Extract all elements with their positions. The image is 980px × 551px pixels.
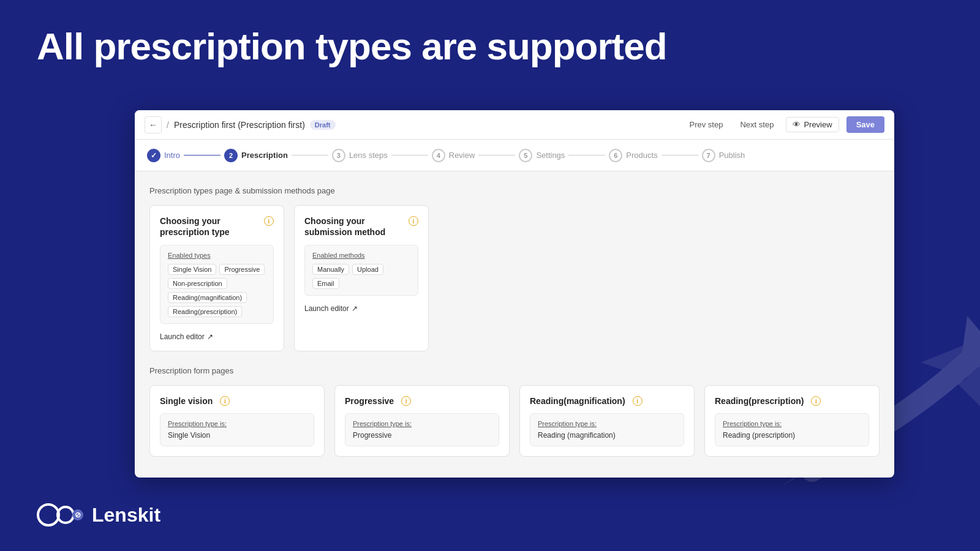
reading-prescription-card-inner: Prescription type is: Reading (prescript… [715, 413, 869, 446]
step-item-intro[interactable]: ✓ Intro [147, 149, 180, 162]
section2-title: Prescription form pages [149, 366, 880, 375]
external-link-icon-1: ↗ [207, 332, 213, 341]
reading-prescription-value: Reading (prescription) [723, 431, 861, 440]
step-label-review: Review [449, 151, 475, 160]
reading-prescription-info-icon: i [811, 396, 821, 406]
step-line-2 [292, 155, 328, 156]
single-vision-value: Single Vision [168, 431, 306, 440]
tag-reading-prescription: Reading(prescription) [168, 306, 242, 317]
submission-method-card-inner: Enabled methods Manually Upload Email [304, 245, 418, 296]
single-vision-title: Single vision [160, 396, 213, 406]
reading-magnification-info-icon: i [633, 396, 643, 406]
launch-label-1: Launch editor [160, 332, 205, 341]
step-line-5 [568, 155, 605, 156]
prescription-type-tags: Single Vision Progressive Non-prescripti… [168, 264, 266, 317]
prescription-type-card-header: Choosing your prescription type i [160, 216, 274, 238]
reading-magnification-title: Reading(magnification) [530, 396, 625, 406]
step-circle-publish: 7 [702, 149, 715, 162]
breadcrumb-separator: / [167, 120, 169, 130]
top-bar-left: ← / Prescription first (Prescription fir… [145, 116, 336, 133]
step-line-6 [662, 155, 698, 156]
logo-text: Lenskit [92, 504, 160, 527]
single-vision-info-icon: i [220, 396, 230, 406]
enabled-types-label: Enabled types [168, 252, 266, 259]
step-item-products[interactable]: 6 Products [609, 149, 657, 162]
enabled-methods-label: Enabled methods [312, 252, 410, 259]
progressive-card-header: Progressive i [345, 395, 499, 406]
progressive-card: Progressive i Prescription type is: Prog… [334, 385, 510, 457]
eye-icon: 👁 [793, 120, 801, 129]
submission-method-card-header: Choosing your submission method i [304, 216, 418, 238]
progressive-card-inner: Prescription type is: Progressive [345, 413, 499, 446]
submission-method-launch-editor[interactable]: Launch editor ↗ [304, 304, 358, 313]
top-bar-right: Prev step Next step 👁 Preview Save [685, 116, 884, 133]
reading-magnification-card-header: Reading(magnification) i [530, 395, 684, 406]
submission-method-card-title: Choosing your submission method [304, 216, 405, 238]
progressive-info-icon: i [401, 396, 411, 406]
submission-method-info-icon: i [409, 216, 418, 226]
top-cards-row: Choosing your prescription type i Enable… [149, 205, 880, 351]
progressive-inner-label: Prescription type is: [353, 420, 491, 427]
reading-magnification-value: Reading (magnification) [538, 431, 676, 440]
progressive-value: Progressive [353, 431, 491, 440]
single-vision-card-inner: Prescription type is: Single Vision [160, 413, 314, 446]
step-label-publish: Publish [719, 151, 745, 160]
external-link-icon-2: ↗ [352, 304, 358, 313]
tag-single-vision: Single Vision [168, 264, 216, 275]
save-button[interactable]: Save [846, 116, 884, 133]
tag-non-prescription: Non-prescription [168, 278, 227, 289]
step-line-3 [391, 155, 428, 156]
reading-magnification-inner-label: Prescription type is: [538, 420, 676, 427]
back-button[interactable]: ← [145, 116, 162, 133]
tag-email: Email [312, 278, 339, 289]
prescription-type-launch-editor[interactable]: Launch editor ↗ [160, 332, 213, 341]
reading-prescription-card-header: Reading(prescription) i [715, 395, 869, 406]
tag-upload: Upload [352, 264, 383, 275]
launch-label-2: Launch editor [304, 304, 349, 313]
step-circle-prescription: 2 [224, 149, 238, 162]
step-item-publish[interactable]: 7 Publish [702, 149, 745, 162]
step-label-settings: Settings [536, 151, 565, 160]
prescription-type-info-icon: i [264, 216, 274, 226]
bottom-cards-row: Single vision i Prescription type is: Si… [149, 385, 880, 457]
step-item-prescription[interactable]: 2 Prescription [224, 149, 288, 162]
step-circle-intro: ✓ [147, 149, 160, 162]
prescription-type-card: Choosing your prescription type i Enable… [149, 205, 284, 351]
step-label-intro: Intro [164, 151, 180, 160]
step-label-products: Products [626, 151, 657, 160]
reading-prescription-title: Reading(prescription) [715, 396, 804, 406]
step-circle-products: 6 [609, 149, 622, 162]
preview-button[interactable]: 👁 Preview [786, 117, 839, 132]
step-line-1 [184, 155, 221, 156]
single-vision-inner-label: Prescription type is: [168, 420, 306, 427]
draft-badge: Draft [310, 120, 336, 130]
step-nav: ✓ Intro 2 Prescription 3 Lens steps 4 Re… [135, 140, 894, 171]
preview-label: Preview [804, 120, 832, 129]
submission-method-tags: Manually Upload Email [312, 264, 410, 289]
single-vision-card: Single vision i Prescription type is: Si… [149, 385, 325, 457]
reading-magnification-card: Reading(magnification) i Prescription ty… [519, 385, 695, 457]
step-label-prescription: Prescription [241, 151, 288, 160]
breadcrumb-text: Prescription first (Prescription first) [174, 120, 305, 130]
prescription-type-card-inner: Enabled types Single Vision Progressive … [160, 245, 274, 324]
prev-step-button[interactable]: Prev step [685, 118, 728, 132]
step-label-lens: Lens steps [349, 151, 388, 160]
svg-marker-0 [960, 316, 980, 370]
content-area: Prescription types page & submission met… [135, 171, 894, 478]
reading-prescription-card: Reading(prescription) i Prescription typ… [704, 385, 880, 457]
step-circle-settings: 5 [519, 149, 532, 162]
next-step-button[interactable]: Next step [735, 118, 778, 132]
step-circle-review: 4 [432, 149, 445, 162]
tag-progressive: Progressive [219, 264, 265, 275]
top-bar: ← / Prescription first (Prescription fir… [135, 110, 894, 140]
step-item-settings[interactable]: 5 Settings [519, 149, 565, 162]
step-item-review[interactable]: 4 Review [432, 149, 475, 162]
tag-reading-magnification: Reading(magnification) [168, 292, 247, 303]
reading-magnification-card-inner: Prescription type is: Reading (magnifica… [530, 413, 684, 446]
app-window: ← / Prescription first (Prescription fir… [135, 110, 894, 478]
tag-manually: Manually [312, 264, 349, 275]
single-vision-card-header: Single vision i [160, 395, 314, 406]
reading-prescription-inner-label: Prescription type is: [723, 420, 861, 427]
step-item-lens[interactable]: 3 Lens steps [332, 149, 388, 162]
prescription-type-card-title: Choosing your prescription type [160, 216, 260, 238]
